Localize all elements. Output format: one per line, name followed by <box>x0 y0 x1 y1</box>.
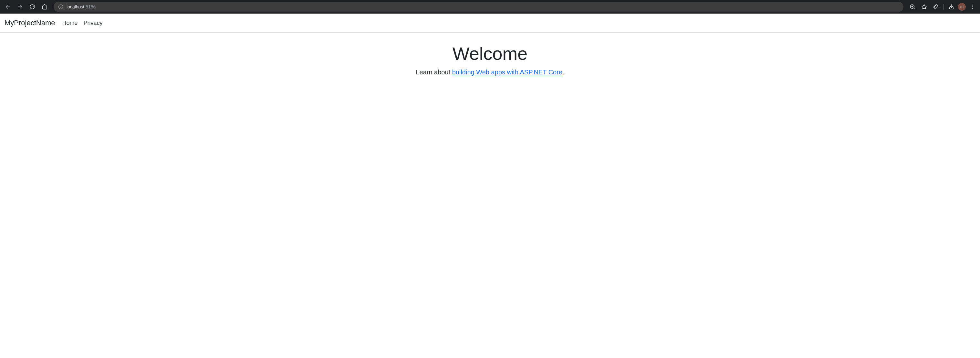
reload-button[interactable] <box>27 2 37 12</box>
site-navbar: MyProjectName Home Privacy <box>0 14 980 33</box>
url-host: localhost <box>67 4 84 10</box>
downloads-icon[interactable] <box>947 2 957 12</box>
menu-kebab-icon[interactable] <box>967 2 977 12</box>
toolbar-divider <box>943 4 944 10</box>
svg-point-12 <box>972 6 972 7</box>
bookmark-star-icon[interactable] <box>919 2 929 12</box>
lead-prefix: Learn about <box>416 69 452 76</box>
main-content: Welcome Learn about building Web apps wi… <box>0 33 980 76</box>
forward-button[interactable] <box>15 2 25 12</box>
nav-links: Home Privacy <box>62 20 102 27</box>
nav-link-home[interactable]: Home <box>62 20 78 27</box>
address-bar[interactable]: localhost:5156 <box>54 2 904 12</box>
lead-paragraph: Learn about building Web apps with ASP.N… <box>0 69 980 76</box>
svg-point-11 <box>972 5 972 5</box>
page-title: Welcome <box>0 43 980 64</box>
svg-point-13 <box>972 8 972 9</box>
profile-avatar[interactable]: m <box>958 3 966 11</box>
zoom-icon[interactable] <box>907 2 918 12</box>
browser-toolbar: localhost:5156 m <box>0 0 980 14</box>
home-button[interactable] <box>40 2 50 12</box>
extensions-icon[interactable] <box>931 2 941 12</box>
lead-link[interactable]: building Web apps with ASP.NET Core <box>452 69 562 76</box>
back-button[interactable] <box>3 2 13 12</box>
url-text: localhost:5156 <box>67 4 95 10</box>
brand-link[interactable]: MyProjectName <box>5 19 55 27</box>
nav-link-privacy[interactable]: Privacy <box>84 20 103 27</box>
profile-initial: m <box>960 5 964 9</box>
svg-marker-9 <box>922 5 927 9</box>
lead-suffix: . <box>562 69 564 76</box>
svg-line-6 <box>913 8 915 9</box>
url-port: :5156 <box>84 4 95 10</box>
site-info-icon[interactable] <box>58 4 63 10</box>
